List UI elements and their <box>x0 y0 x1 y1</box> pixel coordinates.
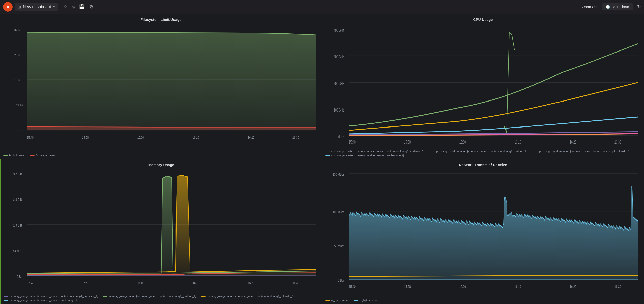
svg-text:16:10: 16:10 <box>193 136 199 140</box>
svg-text:100 GHz: 100 GHz <box>334 108 344 112</box>
svg-text:0 B: 0 B <box>18 128 22 132</box>
legend-label-cpu-influxdb: cpu_usage_system.mean {container_name: d… <box>538 150 630 153</box>
cpu-panel: CPU Usage 400 GHz 300 GHz 200 GHz 100 GH… <box>322 14 644 159</box>
svg-text:16:20: 16:20 <box>570 284 576 289</box>
svg-text:200 GHz: 200 GHz <box>334 81 344 86</box>
legend-color-cpu-rancher <box>325 155 330 156</box>
filesystem-chart-area: 37 GiB 28 GiB 19 GiB 9 GiB 0 B <box>3 24 319 152</box>
svg-text:16:10: 16:10 <box>515 140 521 144</box>
share-icon[interactable]: ⎋ <box>72 4 75 10</box>
legend-label-cpu-rancher: cpu_usage_system.mean {container_name: r… <box>331 154 404 157</box>
legend-item-mem-cadvisor: memory_usage.mean {container_name: docke… <box>4 295 98 298</box>
time-range-label: Last 1 hour <box>611 5 629 9</box>
svg-text:15:50: 15:50 <box>82 136 89 140</box>
legend-label-rx: rx_bytes.mean <box>331 299 349 302</box>
filesystem-chart: 37 GiB 28 GiB 19 GiB 9 GiB 0 B <box>3 24 319 152</box>
legend-color-cpu-cadvisor <box>325 151 330 151</box>
svg-text:16:30: 16:30 <box>292 281 299 285</box>
zoom-out-button[interactable]: Zoom Out <box>582 5 598 9</box>
svg-text:16:20: 16:20 <box>248 281 254 285</box>
legend-color-fsusage <box>30 155 35 156</box>
legend-item-rx: rx_bytes.mean <box>325 299 349 302</box>
nav-icons: ☆ ⎋ 💾 ⚙ <box>63 4 93 10</box>
svg-point-1 <box>7 6 9 8</box>
cpu-title: CPU Usage <box>325 16 641 24</box>
svg-text:19 GiB: 19 GiB <box>14 78 22 82</box>
svg-text:15:40: 15:40 <box>349 284 356 289</box>
cpu-legend: cpu_usage_system.mean {container_name: d… <box>325 148 641 159</box>
refresh-icon[interactable]: ↻ <box>637 4 641 10</box>
grid-icon: ⊞ <box>18 5 21 9</box>
legend-item-mem-grafana: memory_usage.mean {container_name: docke… <box>103 295 196 298</box>
memory-chart: 3.7 GiB 2.8 GiB 1.9 GiB 954 MiB 0 B <box>4 169 319 293</box>
legend-label-cpu-grafana: cpu_usage_system.mean {container_name: d… <box>435 150 528 153</box>
legend-label-mem-influxdb: memory_usage.mean {container_name: docke… <box>207 295 295 298</box>
memory-legend: memory_usage.mean {container_name: docke… <box>4 293 319 304</box>
svg-text:400 GHz: 400 GHz <box>334 28 344 33</box>
legend-label-mem-cadvisor: memory_usage.mean {container_name: docke… <box>10 295 98 298</box>
settings-icon[interactable]: ⚙ <box>89 4 93 10</box>
svg-text:16:00: 16:00 <box>138 281 144 285</box>
svg-text:28 GiB: 28 GiB <box>14 53 22 57</box>
legend-item-fslimit: fs_limit.mean <box>3 154 25 157</box>
svg-text:15:50: 15:50 <box>404 140 411 144</box>
filesystem-title: Filesystem Limit/Usage <box>3 16 319 24</box>
legend-item-cpu-cadvisor: cpu_usage_system.mean {container_name: d… <box>325 150 425 153</box>
svg-text:0 Hz: 0 Hz <box>338 134 344 139</box>
star-icon[interactable]: ☆ <box>63 4 67 10</box>
svg-text:16:20: 16:20 <box>570 140 576 144</box>
clock-icon: 🕐 <box>606 5 610 9</box>
svg-text:16:10: 16:10 <box>193 281 199 285</box>
svg-text:3.7 GiB: 3.7 GiB <box>13 172 22 176</box>
svg-text:37 GiB: 37 GiB <box>14 28 22 32</box>
legend-label-tx: tx_bytes.mean <box>360 299 378 302</box>
svg-text:0 B: 0 B <box>17 275 21 279</box>
svg-text:954 MiB: 954 MiB <box>12 249 21 253</box>
svg-text:1.9 GiB: 1.9 GiB <box>13 223 22 227</box>
legend-color-mem-influxdb <box>201 296 206 297</box>
grafana-logo[interactable] <box>3 2 13 12</box>
dashboard-title-button[interactable]: ⊞ New dashboard ▾ <box>15 3 58 11</box>
svg-text:2.8 GiB: 2.8 GiB <box>13 198 22 202</box>
legend-item-tx: tx_bytes.mean <box>354 299 378 302</box>
legend-label-mem-grafana: memory_usage.mean {container_name: docke… <box>109 295 196 298</box>
legend-color-cpu-grafana <box>429 151 434 151</box>
svg-text:9 GiB: 9 GiB <box>16 103 23 107</box>
svg-text:16:30: 16:30 <box>614 284 621 289</box>
save-icon[interactable]: 💾 <box>79 4 85 10</box>
memory-panel: Memory Usage 3.7 GiB 2.8 GiB 1.9 GiB 954… <box>0 159 322 304</box>
legend-item-cpu-grafana: cpu_usage_system.mean {container_name: d… <box>429 150 528 153</box>
svg-text:0 Bps: 0 Bps <box>338 278 345 282</box>
memory-chart-area: 3.7 GiB 2.8 GiB 1.9 GiB 954 MiB 0 B <box>4 169 319 293</box>
svg-text:15:40: 15:40 <box>27 136 34 140</box>
legend-color-mem-cadvisor <box>4 296 8 297</box>
svg-text:300 GHz: 300 GHz <box>334 54 344 59</box>
network-chart-area: 150 MBps 100 MBps 50 MBps 0 Bps <box>325 169 641 297</box>
svg-text:100 MBps: 100 MBps <box>333 210 344 214</box>
svg-text:16:10: 16:10 <box>515 284 521 289</box>
svg-text:150 MBps: 150 MBps <box>333 172 344 176</box>
svg-text:50 MBps: 50 MBps <box>334 244 344 248</box>
filesystem-legend: fs_limit.mean fs_usage.mean <box>3 152 319 159</box>
caret-down-icon: ▾ <box>53 5 55 9</box>
dashboard-title: New dashboard <box>23 5 51 9</box>
dashboard-grid: Filesystem Limit/Usage 37 GiB 28 GiB 19 … <box>0 14 644 304</box>
svg-text:16:30: 16:30 <box>292 136 299 140</box>
legend-color-cpu-influxdb <box>532 151 536 151</box>
network-chart: 150 MBps 100 MBps 50 MBps 0 Bps <box>325 169 641 297</box>
legend-label-fsusage: fs_usage.mean <box>36 154 55 157</box>
svg-text:16:30: 16:30 <box>614 140 621 144</box>
svg-text:16:00: 16:00 <box>459 140 466 144</box>
legend-item-mem-rancher: memory_usage.mean {container_name: ranch… <box>4 299 78 302</box>
network-title: Network Transmit / Receive <box>325 161 641 169</box>
svg-text:16:00: 16:00 <box>459 284 466 289</box>
svg-text:15:40: 15:40 <box>27 281 34 285</box>
legend-item-cpu-influxdb: cpu_usage_system.mean {container_name: d… <box>532 150 630 153</box>
legend-item-cpu-rancher: cpu_usage_system.mean {container_name: r… <box>325 154 404 157</box>
legend-label-cpu-cadvisor: cpu_usage_system.mean {container_name: d… <box>331 150 425 153</box>
network-panel: Network Transmit / Receive 150 MBps 100 … <box>322 159 644 304</box>
svg-text:16:20: 16:20 <box>248 136 254 140</box>
cpu-chart: 400 GHz 300 GHz 200 GHz 100 GHz 0 Hz <box>325 24 641 148</box>
svg-text:16:00: 16:00 <box>137 136 144 140</box>
time-range-picker[interactable]: 🕐 Last 1 hour <box>602 3 633 10</box>
